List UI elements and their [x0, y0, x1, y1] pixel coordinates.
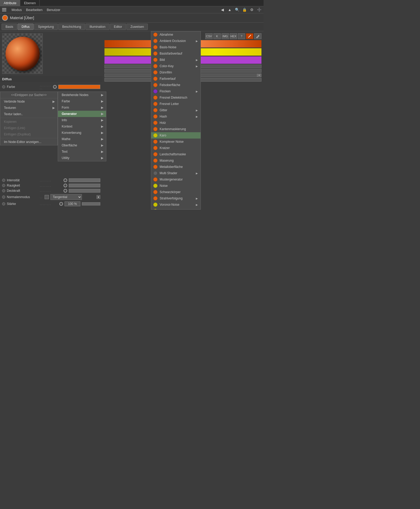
- tab-zuweisen[interactable]: Zuweisen: [127, 24, 148, 30]
- tab-spiegelung[interactable]: Spiegelung: [34, 24, 58, 30]
- gen-item-gitter[interactable]: Gitter ▶: [151, 107, 201, 113]
- deckkraft-node-connector[interactable]: [64, 189, 67, 193]
- gen-item-mustergenerator[interactable]: Mustergenerator: [151, 176, 201, 183]
- prop-row-normalenmodus: Normalenmodus . . Tangential ▼: [2, 193, 100, 201]
- ctx-oberflaeche[interactable]: Oberfläche ▶: [58, 142, 106, 149]
- normalenmodus-connector[interactable]: [2, 195, 5, 199]
- gen-item-abnahme[interactable]: Abnahme: [151, 31, 201, 38]
- gen-icon: [153, 83, 158, 87]
- menu-benutzer[interactable]: Benutzer: [47, 8, 60, 12]
- gen-item-flocken[interactable]: Flocken ▶: [151, 88, 201, 94]
- staerke-value[interactable]: 100 %: [65, 202, 80, 206]
- deckkraft-bar[interactable]: [69, 189, 100, 193]
- menu-bearbeiten[interactable]: Bearbeiten: [26, 8, 43, 12]
- intensitaet-node-connector[interactable]: [64, 178, 67, 182]
- gen-item-basis-noise[interactable]: Basis-Noise: [151, 44, 201, 50]
- ctx-verbinde-node[interactable]: Verbinde Node ▶: [0, 98, 57, 105]
- gen-item-duennfilm[interactable]: Dünnfilm: [151, 69, 201, 76]
- lock-icon[interactable]: 🔒: [242, 7, 247, 12]
- search-icon[interactable]: 🔍: [235, 7, 239, 12]
- gen-item-bild[interactable]: Bild ▶: [151, 57, 201, 63]
- gen-item-landschaftsmaske[interactable]: Landschaftsmaske: [151, 151, 201, 157]
- gen-icon: [153, 121, 158, 125]
- gen-icon: [153, 177, 158, 182]
- staerke-slider[interactable]: [82, 202, 100, 205]
- tab-editor[interactable]: Editor: [110, 24, 126, 30]
- tab-ebenen[interactable]: Ebenen: [20, 0, 40, 6]
- ctx-kontext[interactable]: Kontext ▶: [58, 123, 106, 130]
- staerke-connector[interactable]: [2, 202, 5, 205]
- gen-item-karo[interactable]: Karo: [151, 132, 201, 139]
- gen-item-kantenmaskierung[interactable]: Kantenmaskierung: [151, 126, 201, 132]
- plus-icon[interactable]: ➕: [257, 7, 261, 12]
- farbe-node-connector[interactable]: [53, 85, 57, 89]
- tab-basis[interactable]: Basis: [2, 24, 17, 30]
- gen-item-color-key[interactable]: Color-Key ▶: [151, 63, 201, 69]
- normalenmodus-select[interactable]: Tangential: [50, 194, 82, 200]
- normalenmodus-dropdown[interactable]: ▼: [97, 195, 100, 199]
- gen-item-ambient[interactable]: Ambient Occlusion ▶: [151, 38, 201, 44]
- gen-icon: [153, 209, 158, 210]
- gen-item-schwarzkoerper[interactable]: Schwarzkörper: [151, 189, 201, 195]
- gen-item-zufall[interactable]: Zufall ▶: [151, 208, 201, 210]
- ctx-form[interactable]: Form ▶: [58, 104, 106, 111]
- ctx-bestehende-nodes[interactable]: Bestehende Nodes ▶: [58, 92, 106, 98]
- ctx-generator[interactable]: Generator ▶: [58, 111, 106, 117]
- deckkraft-connector[interactable]: [2, 189, 5, 192]
- hamburger-menu[interactable]: [2, 8, 6, 11]
- intensitaet-connector[interactable]: [2, 179, 5, 182]
- material-preview[interactable]: [2, 33, 43, 74]
- intensitaet-bar[interactable]: [69, 178, 100, 182]
- ctx-textur-laden[interactable]: Textur laden..: [0, 111, 57, 117]
- gen-item-noise[interactable]: Noise: [151, 183, 201, 189]
- menu-modus[interactable]: Modus: [12, 8, 22, 12]
- gen-icon: [153, 152, 158, 156]
- tool-pencil[interactable]: [254, 33, 261, 39]
- staerke-node-connector[interactable]: [59, 202, 63, 206]
- menu-right-icons: ◀ ▲ 🔍 🔒 ⚙ ➕: [220, 7, 261, 12]
- arrow-icon: ▶: [196, 203, 198, 206]
- tool-k[interactable]: K: [213, 33, 221, 39]
- gen-item-fresnel-leit[interactable]: Fresnel Leiter: [151, 101, 201, 107]
- ctx-farbe[interactable]: Farbe ▶: [58, 98, 106, 104]
- gen-item-kratzer[interactable]: Kratzer: [151, 145, 201, 151]
- tab-attribute[interactable]: Attribute: [0, 0, 20, 6]
- arrow-up-icon[interactable]: ▲: [227, 7, 232, 12]
- ctx-node-editor[interactable]: Im Node-Editor anzeigen...: [0, 139, 57, 145]
- gen-item-metalloberflaeche[interactable]: Metalloberfläche: [151, 164, 201, 170]
- ctx-konvertierung[interactable]: Konvertierung ▶: [58, 130, 106, 136]
- gen-item-komplexer-noise[interactable]: Komplexer Noise: [151, 139, 201, 145]
- gen-item-farbverlauf[interactable]: Farbverlauf: [151, 76, 201, 82]
- tool-csv[interactable]: CSV: [205, 33, 213, 39]
- gen-item-voronoi-noise[interactable]: Voronoi-Noise ▶: [151, 202, 201, 208]
- rauigkeit-node-connector[interactable]: [64, 184, 67, 187]
- gen-item-maserung[interactable]: Maserung: [151, 157, 201, 164]
- gen-item-fresnel-diel[interactable]: Fresnel Dielektrisch: [151, 94, 201, 101]
- rauigkeit-connector[interactable]: [2, 184, 5, 187]
- gen-item-strahlverfolgung[interactable]: Strahlverfolgung ▶: [151, 195, 201, 202]
- gen-item-multi-shader[interactable]: Multi Shader ▶: [151, 170, 201, 176]
- ctx-info[interactable]: Info ▶: [58, 117, 106, 123]
- normalenmodus-icon[interactable]: [45, 195, 49, 199]
- tool-q[interactable]: ?: [238, 33, 245, 39]
- gen-item-felsoberflaeche[interactable]: Felsoberfläche: [151, 82, 201, 88]
- gen-item-hash[interactable]: Hash ▶: [151, 113, 201, 120]
- arrow-left-icon[interactable]: ◀: [220, 7, 225, 12]
- gen-item-basisfarbverlauf[interactable]: Basisfarbverlauf: [151, 50, 201, 57]
- ctx-texturen[interactable]: Texturen ▶: [0, 105, 57, 111]
- ctx-text[interactable]: Text ▶: [58, 149, 106, 155]
- rauigkeit-bar[interactable]: [69, 184, 100, 187]
- ctx-utility[interactable]: Utility ▶: [58, 155, 106, 161]
- tool-diagonal[interactable]: [246, 33, 253, 39]
- gen-item-holz[interactable]: Holz: [151, 120, 201, 126]
- farbe-connector[interactable]: [2, 85, 5, 88]
- tab-diffus[interactable]: Diffus: [18, 24, 33, 30]
- tab-beschichtung[interactable]: Beschichtung: [58, 24, 85, 30]
- farbe-color-bar[interactable]: [58, 85, 100, 89]
- dropdown-arrow[interactable]: ▼: [257, 74, 261, 77]
- tool-hex[interactable]: HEX: [230, 33, 237, 39]
- tab-illumination[interactable]: Illumination: [86, 24, 109, 30]
- settings-icon[interactable]: ⚙: [249, 7, 254, 12]
- ctx-mathe[interactable]: Mathe ▶: [58, 136, 106, 142]
- tool-img[interactable]: IMG: [222, 33, 229, 39]
